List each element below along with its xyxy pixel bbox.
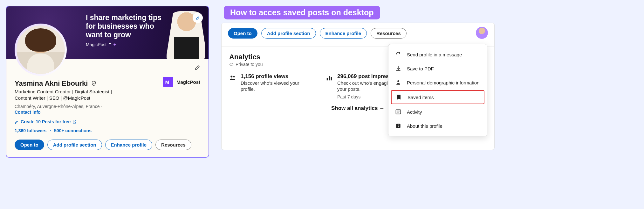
- banner-headline: I share marketing tips for businesses wh…: [86, 13, 168, 39]
- sparkle-icon: ✦: [113, 42, 117, 47]
- open-to-button[interactable]: Open to: [228, 28, 257, 39]
- share-arrow-icon: [395, 51, 402, 58]
- profile-views-title: 1,156 profile views: [241, 73, 312, 80]
- open-to-button[interactable]: Open to: [15, 140, 44, 150]
- download-icon: [395, 65, 402, 72]
- tutorial-right-panel: How to acces saved posts on desktop Open…: [221, 6, 495, 150]
- edit-profile-button[interactable]: [195, 64, 201, 70]
- svg-point-0: [231, 64, 232, 65]
- banner-brand-text: MagicPost: [86, 42, 106, 47]
- mini-avatar[interactable]: [476, 27, 488, 39]
- menu-demographic-info[interactable]: Personal demographic information: [388, 76, 487, 90]
- add-profile-section-button[interactable]: Add profile section: [261, 28, 316, 39]
- enhance-profile-button[interactable]: Enhance profile: [105, 140, 153, 150]
- profile-headline: Marketing Content Creator | Digital Stra…: [15, 89, 129, 101]
- arrow-right-icon: →: [379, 105, 385, 111]
- svg-rect-3: [327, 78, 328, 80]
- svg-rect-4: [329, 76, 330, 81]
- resources-button[interactable]: Resources: [371, 28, 407, 39]
- svg-point-8: [397, 80, 399, 82]
- tutorial-callout: How to acces saved posts on desktop: [224, 6, 380, 19]
- svg-point-1: [230, 76, 232, 77]
- profile-name: Yasmina Akni Ebourki: [15, 79, 88, 88]
- profile-views-metric[interactable]: 1,156 profile views Discover who's viewe…: [229, 73, 312, 99]
- analytics-card: Open to Add profile section Enhance prof…: [221, 23, 495, 150]
- edit-banner-button[interactable]: [193, 13, 203, 23]
- eye-icon: [229, 62, 234, 67]
- profile-button-row-2: Open to Add profile section Enhance prof…: [222, 23, 494, 46]
- add-profile-section-button[interactable]: Add profile section: [47, 140, 102, 150]
- current-company[interactable]: M_ MagicPost: [163, 77, 200, 87]
- person-icon: [395, 79, 402, 86]
- info-icon: [395, 122, 402, 129]
- menu-save-pdf[interactable]: Save to PDF: [388, 61, 487, 76]
- pencil-icon: [195, 64, 201, 70]
- svg-point-2: [233, 76, 235, 77]
- contact-info-link[interactable]: Contact info: [15, 110, 41, 115]
- profile-location: Chambéry, Auvergne-Rhône-Alpes, France ·: [15, 104, 200, 109]
- profile-stats: 1,360 followers · 500+ connections: [15, 128, 200, 133]
- resources-dropdown: Send profile in a message Save to PDF Pe…: [388, 44, 487, 136]
- pencil-icon: [195, 16, 200, 20]
- create-posts-link[interactable]: Create 10 Posts for free: [15, 119, 200, 124]
- bar-chart-icon: [326, 74, 333, 81]
- menu-send-profile[interactable]: Send profile in a message: [388, 47, 487, 61]
- company-logo: M_: [163, 77, 173, 87]
- svg-rect-5: [331, 77, 332, 80]
- banner-brand: MagicPost ✦: [86, 42, 117, 47]
- resources-button[interactable]: Resources: [155, 140, 191, 150]
- profile-button-row: Open to Add profile section Enhance prof…: [15, 140, 200, 150]
- menu-activity[interactable]: Activity: [388, 105, 487, 119]
- enhance-profile-button[interactable]: Enhance profile: [320, 28, 367, 39]
- followers-link[interactable]: 1,360 followers: [15, 128, 46, 133]
- pencil-icon: [15, 120, 19, 124]
- menu-about-profile[interactable]: About this profile: [388, 119, 487, 133]
- news-icon: [395, 108, 402, 115]
- profile-card: I share marketing tips for businesses wh…: [6, 6, 209, 158]
- connections-link[interactable]: 500+ connections: [54, 128, 92, 133]
- svg-rect-14: [398, 126, 399, 127]
- company-name: MagicPost: [176, 79, 200, 85]
- verified-shield-icon: [91, 81, 97, 86]
- people-icon: [229, 74, 236, 81]
- profile-views-sub: Discover who's viewed your profile.: [241, 80, 312, 92]
- menu-saved-items[interactable]: Saved items: [391, 90, 484, 104]
- external-link-icon: [72, 120, 77, 124]
- bookmark-icon: [395, 94, 402, 101]
- svg-point-13: [398, 125, 399, 125]
